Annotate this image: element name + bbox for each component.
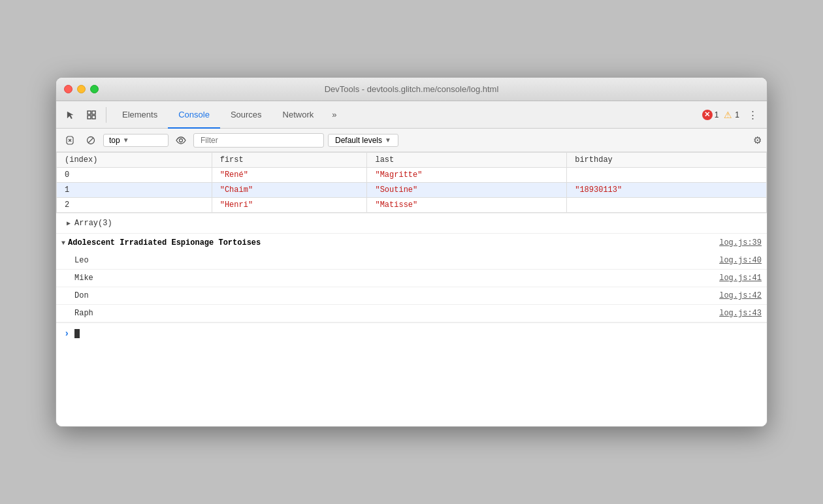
maximize-button[interactable] (90, 85, 99, 93)
log-item[interactable]: Mike log.js:41 (56, 270, 767, 287)
log-link-raph[interactable]: log.js:43 (719, 309, 762, 318)
log-item[interactable]: Leo log.js:40 (56, 252, 767, 270)
log-item[interactable]: Raph log.js:43 (56, 305, 767, 323)
log-item-text-leo: Leo (74, 256, 719, 265)
log-item[interactable]: Don log.js:42 (56, 287, 767, 305)
svg-rect-3 (92, 116, 95, 119)
filter-input[interactable] (193, 133, 324, 148)
group-label: Adolescent Irradiated Espionage Tortoise… (68, 238, 719, 247)
minimize-button[interactable] (77, 85, 86, 93)
block-icon[interactable] (82, 132, 99, 149)
expand-arrow-icon: ▶ (67, 219, 71, 227)
levels-arrow-icon: ▼ (385, 136, 391, 144)
devtools-window: DevTools - devtools.glitch.me/console/lo… (56, 77, 767, 427)
warning-icon: ⚠ (722, 110, 733, 120)
window-title: DevTools - devtools.glitch.me/console/lo… (325, 84, 499, 94)
cell-index-1: 1 (57, 183, 212, 198)
cell-birthday-0 (567, 168, 767, 183)
svg-point-8 (180, 138, 183, 142)
cell-last-2: "Matisse" (367, 198, 567, 213)
cell-last-1: "Soutine" (367, 183, 567, 198)
console-toolbar: top ▼ Default levels ▼ ⚙ (56, 129, 767, 152)
col-header-first: first (212, 153, 367, 168)
tab-console[interactable]: Console (168, 102, 220, 129)
group-expand-arrow-icon: ▼ (61, 240, 65, 247)
cell-birthday-2 (567, 198, 767, 213)
context-selector[interactable]: top ▼ (103, 134, 169, 147)
error-badge: ✕ 1 (702, 110, 719, 120)
svg-rect-0 (88, 111, 91, 114)
log-group: ▼ Adolescent Irradiated Espionage Tortoi… (56, 234, 767, 323)
tab-sources[interactable]: Sources (220, 102, 272, 129)
array-label: Array(3) (74, 219, 112, 228)
col-header-last: last (367, 153, 567, 168)
log-item-text-raph: Raph (74, 309, 719, 318)
cursor-icon[interactable] (61, 106, 80, 124)
table-row[interactable]: 0 "René" "Magritte" (57, 168, 767, 183)
tab-network[interactable]: Network (272, 102, 325, 129)
cell-first-2: "Henri" (212, 198, 367, 213)
title-bar: DevTools - devtools.glitch.me/console/lo… (56, 78, 767, 101)
main-toolbar: Elements Console Sources Network » ✕ 1 ⚠… (56, 101, 767, 129)
warning-count: 1 (735, 110, 739, 119)
clear-console-icon[interactable] (61, 132, 78, 149)
col-header-index: (index) (57, 153, 212, 168)
cell-first-1: "Chaim" (212, 183, 367, 198)
log-link-mike[interactable]: log.js:41 (719, 274, 762, 283)
log-item-text-mike: Mike (74, 274, 719, 283)
settings-icon[interactable]: ⚙ (753, 134, 762, 146)
log-item-text-don: Don (74, 291, 719, 300)
error-count: 1 (715, 110, 719, 119)
cell-first-0: "René" (212, 168, 367, 183)
tab-elements[interactable]: Elements (112, 102, 168, 129)
eye-icon[interactable] (172, 132, 189, 149)
console-content: (index) first last birthday 0 "René" "Ma… (56, 152, 767, 426)
svg-rect-2 (88, 116, 91, 119)
svg-line-7 (88, 138, 93, 143)
col-header-birthday: birthday (567, 153, 767, 168)
log-link-leo[interactable]: log.js:40 (719, 256, 762, 265)
data-table-section: (index) first last birthday 0 "René" "Ma… (56, 152, 767, 213)
cell-birthday-1: "18930113" (567, 183, 767, 198)
log-link-don[interactable]: log.js:42 (719, 291, 762, 300)
kebab-menu-icon[interactable]: ⋮ (743, 106, 762, 124)
array-row[interactable]: ▶ Array(3) (56, 213, 767, 234)
svg-rect-1 (92, 111, 95, 114)
more-tabs-button[interactable]: » (327, 110, 342, 119)
tab-list: Elements Console Sources Network (112, 101, 324, 128)
levels-dropdown[interactable]: Default levels ▼ (328, 134, 398, 147)
group-header-link[interactable]: log.js:39 (719, 238, 762, 247)
data-table: (index) first last birthday 0 "René" "Ma… (56, 152, 767, 213)
toolbar-right: ✕ 1 ⚠ 1 ⋮ (702, 106, 762, 124)
cell-last-0: "Magritte" (367, 168, 567, 183)
table-row[interactable]: 1 "Chaim" "Soutine" "18930113" (57, 183, 767, 198)
warning-badge: ⚠ 1 (722, 110, 739, 120)
prompt-arrow-icon: › (64, 328, 69, 339)
dropdown-arrow-icon: ▼ (123, 136, 129, 144)
cell-index-0: 0 (57, 168, 212, 183)
table-row[interactable]: 2 "Henri" "Matisse" (57, 198, 767, 213)
cursor-blink (74, 329, 80, 338)
error-icon: ✕ (702, 110, 713, 120)
cell-index-2: 2 (57, 198, 212, 213)
inspect-icon[interactable] (82, 106, 101, 124)
log-group-header[interactable]: ▼ Adolescent Irradiated Espionage Tortoi… (56, 234, 767, 252)
close-button[interactable] (64, 85, 73, 93)
traffic-lights (64, 85, 99, 93)
console-prompt[interactable]: › (56, 323, 767, 344)
separator (106, 107, 106, 123)
